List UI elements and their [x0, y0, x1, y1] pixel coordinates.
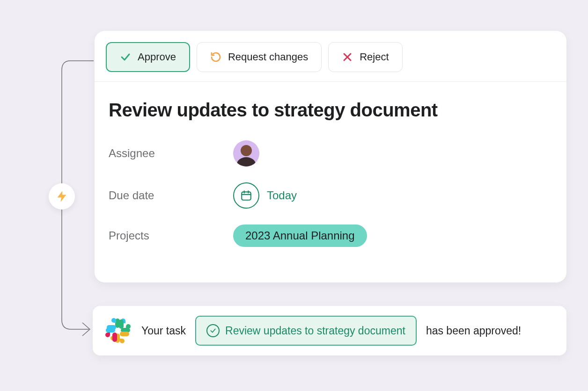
svg-rect-12 — [119, 319, 124, 329]
reject-label: Reject — [360, 51, 389, 63]
notification-task-ref[interactable]: Review updates to strategy document — [195, 316, 417, 346]
task-title: Review updates to strategy document — [109, 100, 552, 121]
due-date-value[interactable]: Today — [233, 182, 297, 209]
notification-card: Your task Review updates to strategy doc… — [93, 306, 566, 355]
task-body: Review updates to strategy document Assi… — [95, 82, 566, 261]
calendar-icon — [233, 182, 259, 209]
approval-toolbar: Approve Request changes Reject — [95, 31, 566, 82]
projects-value[interactable]: 2023 Annual Planning — [233, 224, 367, 247]
redo-icon — [210, 51, 221, 63]
approve-button[interactable]: Approve — [106, 42, 190, 72]
due-date-label: Due date — [109, 189, 233, 202]
project-chip[interactable]: 2023 Annual Planning — [233, 224, 367, 247]
bolt-icon — [55, 190, 68, 203]
projects-label: Projects — [109, 229, 233, 242]
task-card: Approve Request changes Reject Review up… — [95, 31, 566, 282]
notification-prefix: Your task — [141, 325, 186, 337]
projects-row: Projects 2023 Annual Planning — [109, 224, 552, 247]
request-changes-label: Request changes — [228, 51, 308, 63]
reject-button[interactable]: Reject — [328, 42, 402, 72]
slack-icon — [104, 317, 132, 345]
assignee-value[interactable] — [233, 140, 259, 167]
notification-task-name: Review updates to strategy document — [225, 325, 405, 337]
assignee-label: Assignee — [109, 147, 233, 160]
svg-rect-14 — [112, 333, 117, 342]
x-icon — [342, 51, 353, 63]
svg-rect-2 — [242, 192, 251, 200]
approve-label: Approve — [138, 51, 176, 63]
check-circle-icon — [206, 324, 220, 337]
svg-rect-13 — [120, 332, 129, 336]
request-changes-button[interactable]: Request changes — [197, 42, 322, 72]
check-icon — [120, 51, 131, 63]
notification-suffix: has been approved! — [426, 325, 521, 337]
automation-bolt-badge — [49, 183, 75, 210]
svg-rect-15 — [107, 325, 116, 330]
assignee-row: Assignee — [109, 140, 552, 167]
due-date-text: Today — [267, 189, 297, 202]
due-date-row: Due date Today — [109, 182, 552, 209]
assignee-avatar — [233, 140, 259, 167]
